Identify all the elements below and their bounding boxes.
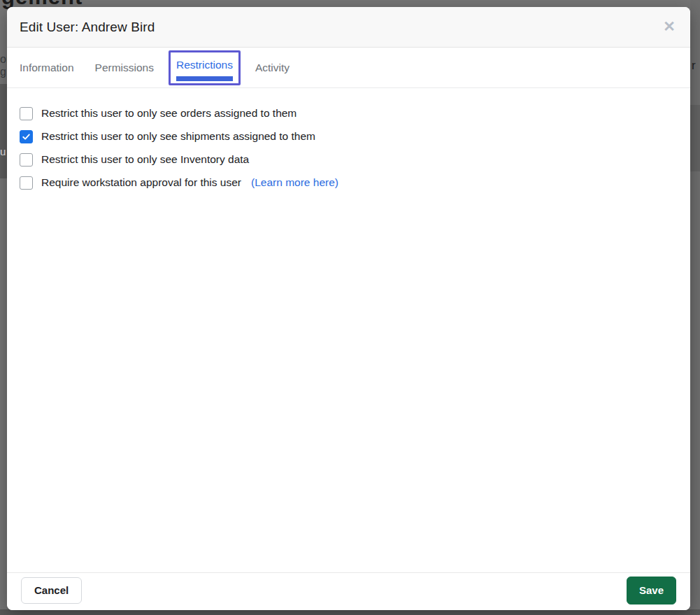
modal-footer: Cancel Save [7,572,690,610]
background-block-fragment: u [0,84,7,178]
learn-more-link[interactable]: (Learn more here) [251,176,338,189]
tab-restrictions-label: Restrictions [176,59,233,71]
tab-restrictions[interactable]: Restrictions [169,50,241,85]
active-tab-underline [176,76,233,81]
checkbox-label: Restrict this user to only see shipments… [41,130,315,143]
edit-user-modal: Edit User: Andrew Bird ✕ Information Per… [7,7,690,610]
background-text-fragment: r [692,59,696,73]
background-text-fragment: g [0,66,6,78]
checkbox[interactable] [20,107,33,120]
restriction-row: Restrict this user to only see shipments… [20,129,678,143]
close-icon[interactable]: ✕ [659,17,679,36]
checkbox-label: Restrict this user to only see orders as… [41,107,297,120]
checkmark-icon [22,132,31,141]
modal-title: Edit User: Andrew Bird [20,20,155,35]
restrictions-list: Restrict this user to only see orders as… [20,106,678,190]
restrictions-panel: Restrict this user to only see orders as… [7,88,690,572]
tab-information[interactable]: Information [20,62,74,74]
checkbox[interactable] [20,153,33,167]
tab-permissions[interactable]: Permissions [95,62,154,74]
restriction-row: Require workstation approval for this us… [20,176,678,190]
background-column [690,0,700,615]
cancel-button[interactable]: Cancel [21,577,82,604]
restriction-row: Restrict this user to only see orders as… [20,106,678,120]
tab-activity[interactable]: Activity [255,62,290,74]
checkbox[interactable] [20,176,33,190]
tab-bar: Information Permissions Restrictions Act… [7,48,690,88]
checkbox-label: Restrict this user to only see Inventory… [41,153,249,166]
checkbox-label: Require workstation approval for this us… [41,176,241,189]
background-bottom-strip [0,609,700,615]
save-button[interactable]: Save [627,577,676,605]
checkbox[interactable] [20,130,33,143]
background-block-fragment [690,105,700,171]
modal-header: Edit User: Andrew Bird ✕ [7,7,690,48]
restriction-row: Restrict this user to only see Inventory… [20,153,678,167]
